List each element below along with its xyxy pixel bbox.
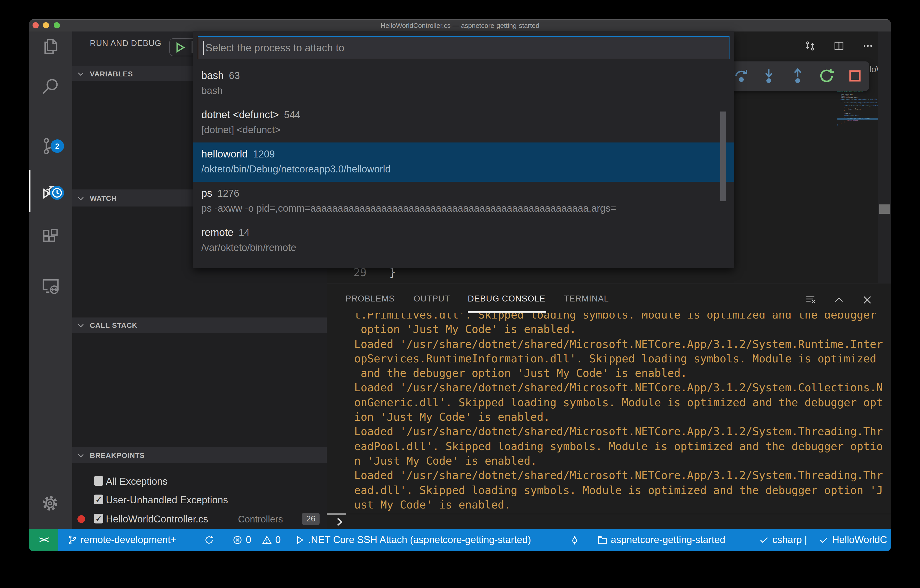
branch-status-item[interactable]: remote-development+ xyxy=(67,529,176,551)
editor-scrollbar-thumb[interactable] xyxy=(879,204,890,214)
process-list: bash63 bash dotnet <defunct>544 [dotnet]… xyxy=(193,64,734,260)
file-label: HelloWorldC xyxy=(832,534,887,545)
process-item-dotnet[interactable]: dotnet <defunct>544 [dotnet] <defunct> xyxy=(193,103,734,143)
status-bar: >< remote-development+ 0 0 .NET Core S xyxy=(29,529,891,551)
error-count: 0 xyxy=(246,534,251,545)
maximize-panel-icon[interactable] xyxy=(833,294,845,306)
process-name: ps xyxy=(201,187,212,199)
bottom-panel: PROBLEMS OUTPUT DEBUG CONSOLE TERMINAL t… xyxy=(327,283,891,529)
title-bar: HelloWorldController.cs — aspnetcore-get… xyxy=(29,19,891,31)
debug-status-label: .NET Core SSH Attach (aspnetcore-getting… xyxy=(308,534,531,545)
line-code: } xyxy=(389,266,396,279)
section-label: WATCH xyxy=(90,194,117,202)
sync-icon xyxy=(204,535,214,545)
explorer-icon[interactable] xyxy=(41,37,60,56)
checkbox-unchecked[interactable] xyxy=(94,476,103,486)
play-outline-icon xyxy=(295,535,305,545)
split-editor-icon[interactable] xyxy=(833,40,845,52)
process-command: /okteto/bin/Debug/netcoreapp3.0/hellowor… xyxy=(201,164,734,175)
okteto-status-item[interactable] xyxy=(569,529,583,551)
tab-output[interactable]: OUTPUT xyxy=(413,294,450,303)
quick-pick-scrollbar-thumb[interactable] xyxy=(720,112,726,201)
remote-explorer-icon[interactable] xyxy=(41,276,60,296)
debug-status-item[interactable]: .NET Core SSH Attach (aspnetcore-getting… xyxy=(295,529,531,551)
debug-console-output[interactable]: t.Primitives.dll'. Skipped loading symbo… xyxy=(327,313,891,513)
process-name: helloworld xyxy=(201,148,248,160)
section-header-call-stack[interactable]: CALL STACK xyxy=(72,317,327,333)
process-name: bash xyxy=(201,70,224,81)
tab-terminal[interactable]: TERMINAL xyxy=(564,294,609,303)
breakpoint-row-user-unhandled[interactable]: ✓ User-Unhandled Exceptions xyxy=(72,491,327,509)
sync-status-item[interactable] xyxy=(204,529,217,551)
quick-pick-input[interactable]: Select the process to attach to xyxy=(198,36,729,59)
console-input-chevron-icon[interactable] xyxy=(335,517,345,528)
tab-problems[interactable]: PROBLEMS xyxy=(345,294,395,303)
step-over-icon[interactable] xyxy=(732,67,750,85)
problems-status-item[interactable]: 0 0 xyxy=(232,529,280,551)
settings-gear-icon[interactable] xyxy=(41,494,59,513)
quick-pick-placeholder: Select the process to attach to xyxy=(206,42,344,54)
checkbox-checked[interactable]: ✓ xyxy=(94,494,103,504)
source-control-badge: 2 xyxy=(50,139,64,153)
process-name: dotnet <defunct> xyxy=(201,109,279,120)
breakpoint-row-helloworldcontroller[interactable]: ✓ HelloWorldController.cs Controllers 26 xyxy=(72,510,327,528)
search-icon[interactable] xyxy=(41,77,60,97)
minimap[interactable]: namespace helloworld.Controllers { [ApiC… xyxy=(837,91,878,126)
process-pid: 63 xyxy=(229,70,240,81)
branch-icon xyxy=(67,535,78,545)
warning-icon xyxy=(262,535,272,545)
text-cursor xyxy=(203,41,204,55)
open-changes-icon[interactable] xyxy=(804,40,816,52)
breakpoint-row-all-exceptions[interactable]: All Exceptions xyxy=(72,472,327,491)
breakpoints-body: All Exceptions ✓ User-Unhandled Exceptio… xyxy=(72,463,327,529)
console-input-divider xyxy=(327,513,891,514)
close-panel-icon[interactable] xyxy=(862,294,873,306)
clear-console-icon[interactable] xyxy=(805,294,816,306)
check-icon xyxy=(759,535,769,545)
console-hscrollbar-thumb[interactable] xyxy=(327,513,346,514)
checkbox-checked[interactable]: ✓ xyxy=(94,513,103,523)
breakpoint-folder: Controllers xyxy=(238,514,283,525)
section-label: CALL STACK xyxy=(90,321,137,329)
quick-pick: Select the process to attach to bash63 b… xyxy=(193,31,734,268)
active-view-indicator xyxy=(29,170,30,212)
remote-indicator[interactable]: >< xyxy=(29,529,58,551)
more-actions-icon[interactable] xyxy=(862,40,873,52)
process-pid: 1276 xyxy=(217,188,239,199)
chevron-down-icon xyxy=(78,322,84,329)
stop-icon[interactable] xyxy=(846,67,864,85)
section-header-breakpoints[interactable]: BREAKPOINTS xyxy=(72,447,327,463)
editor-scrollbar-track[interactable] xyxy=(878,31,891,283)
process-item-remote[interactable]: remote14 /var/okteto/bin/remote xyxy=(193,221,734,260)
section-label: BREAKPOINTS xyxy=(90,451,145,459)
debug-toolbar xyxy=(721,62,869,91)
step-into-icon[interactable] xyxy=(760,67,777,85)
process-name: remote xyxy=(201,227,233,238)
process-item-helloworld-selected[interactable]: helloworld1209 /okteto/bin/Debug/netcore… xyxy=(193,143,734,182)
process-command: [dotnet] <defunct> xyxy=(201,125,734,136)
language-status-item[interactable]: csharp | HelloWorldC xyxy=(759,529,887,551)
flame-icon xyxy=(569,535,580,545)
process-item-bash[interactable]: bash63 bash xyxy=(193,64,734,103)
restart-icon[interactable] xyxy=(818,67,835,85)
extensions-icon[interactable] xyxy=(41,228,60,247)
process-pid: 1209 xyxy=(253,149,275,160)
process-item-ps[interactable]: ps1276 ps -axww -o pid=,comm=aaaaaaaaaaa… xyxy=(193,182,734,221)
activity-bar: 2 xyxy=(29,31,72,529)
launch-separator xyxy=(191,41,192,53)
folder-status-item[interactable]: aspnetcore-getting-started xyxy=(597,529,726,551)
folder-icon xyxy=(597,535,607,545)
breakpoint-label: All Exceptions xyxy=(106,476,167,488)
process-command: /var/okteto/bin/remote xyxy=(201,242,734,253)
warning-count: 0 xyxy=(275,534,280,545)
step-out-icon[interactable] xyxy=(789,67,807,85)
language-label: csharp | xyxy=(773,534,807,545)
error-icon xyxy=(232,535,243,545)
branch-label: remote-development+ xyxy=(81,534,176,545)
line-number: 29 xyxy=(350,266,366,279)
chevron-down-icon xyxy=(78,70,84,77)
process-pid: 544 xyxy=(284,109,300,120)
chevron-down-icon xyxy=(78,195,84,202)
process-command: ps -axww -o pid=,comm=aaaaaaaaaaaaaaaaaa… xyxy=(201,203,734,214)
tab-debug-console[interactable]: DEBUG CONSOLE xyxy=(468,294,546,303)
